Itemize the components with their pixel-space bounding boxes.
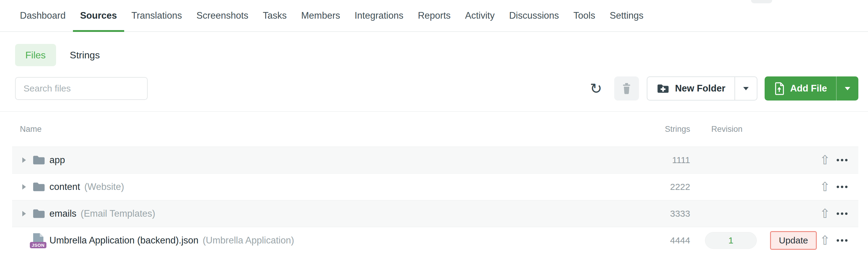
table-row-file-4[interactable]: JSON Umbrella Application (backend).json… (12, 227, 858, 254)
folder-icon (32, 208, 46, 219)
nav-tab-screenshots[interactable]: Screenshots (189, 0, 255, 31)
toggle-strings[interactable]: Strings (70, 50, 100, 61)
folder-plus-icon (656, 83, 670, 94)
ellipsis-icon (841, 213, 843, 215)
search-input[interactable] (15, 77, 148, 100)
strings-count: 3333 (645, 209, 690, 219)
project-nav: Dashboard Sources Translations Screensho… (0, 0, 868, 32)
row-menu-button[interactable] (833, 239, 851, 242)
ellipsis-icon (837, 159, 839, 161)
nav-tab-label: Members (301, 10, 340, 21)
strings-count: 1111 (645, 155, 690, 165)
revision-badge: 1 (705, 232, 757, 249)
nav-tab-label: Tools (574, 10, 595, 21)
upload-cell[interactable]: ⇧ (817, 181, 833, 193)
nav-tab-label: Settings (610, 10, 644, 21)
chevron-right-icon (22, 184, 26, 190)
name-cell[interactable]: emails (Email Templates) (50, 208, 645, 219)
ellipsis-icon (845, 213, 847, 215)
nav-tab-discussions[interactable]: Discussions (502, 0, 566, 31)
row-menu-button[interactable] (833, 159, 851, 161)
column-header-name: Name (20, 124, 645, 134)
name-cell[interactable]: content (Website) (50, 181, 645, 192)
delete-button[interactable] (614, 76, 639, 101)
upload-icon: ⇧ (819, 207, 830, 220)
nav-tab-label: Dashboard (20, 10, 66, 21)
table-body: app 1111 ⇧ (12, 147, 858, 254)
expand-cell[interactable] (20, 157, 32, 163)
upload-icon: ⇧ (819, 234, 830, 247)
name-cell[interactable]: app (50, 155, 645, 166)
nav-tab-tools[interactable]: Tools (566, 0, 602, 31)
chevron-right-icon (22, 211, 26, 216)
ellipsis-icon (841, 186, 843, 188)
file-name: Umbrella Application (backend).json (50, 235, 198, 246)
file-name: app (50, 155, 65, 166)
table-header: Name Strings Revision (12, 112, 858, 147)
toolbar-actions: ↻ New Folder (590, 76, 858, 101)
file-note: (Website) (84, 181, 124, 192)
chevron-down-icon (845, 87, 850, 90)
nav-tab-integrations[interactable]: Integrations (347, 0, 410, 31)
refresh-icon[interactable]: ↻ (590, 81, 602, 96)
chevron-down-icon (743, 87, 749, 90)
add-file-label: Add File (790, 83, 827, 94)
new-folder-label: New Folder (675, 83, 725, 94)
nav-tab-dashboard[interactable]: Dashboard (13, 0, 73, 31)
new-folder-split-button: New Folder (647, 76, 757, 101)
ellipsis-icon (845, 159, 847, 161)
add-file-button[interactable]: Add File (765, 76, 836, 101)
revision-cell: 1 (699, 232, 763, 249)
file-note: (Email Templates) (81, 208, 156, 219)
row-menu-button[interactable] (833, 213, 851, 215)
column-header-revision: Revision (699, 124, 763, 134)
new-folder-button[interactable]: New Folder (647, 77, 735, 100)
new-folder-dropdown[interactable] (735, 77, 757, 100)
upload-cell[interactable]: ⇧ (817, 207, 833, 220)
table-row-folder-3[interactable]: emails (Email Templates) 3333 ⇧ (12, 200, 858, 227)
nav-tab-label: Sources (80, 10, 117, 21)
name-cell[interactable]: Umbrella Application (backend).json (Umb… (50, 235, 645, 246)
nav-tab-settings[interactable]: Settings (602, 0, 651, 31)
clipped-top-widget (751, 0, 772, 3)
expand-cell[interactable] (20, 211, 32, 216)
file-type-badge: JSON (30, 242, 46, 248)
update-cell: Update (763, 231, 817, 250)
nav-tab-label: Screenshots (196, 10, 248, 21)
trash-icon (621, 82, 632, 95)
ellipsis-icon (841, 239, 843, 242)
expand-cell[interactable] (20, 184, 32, 190)
icon-cell: JSON (32, 233, 50, 248)
upload-cell[interactable]: ⇧ (817, 234, 833, 247)
chevron-right-icon (22, 157, 26, 163)
nav-tab-reports[interactable]: Reports (410, 0, 458, 31)
files-toolbar: ↻ New Folder (15, 76, 858, 101)
column-header-strings: Strings (645, 124, 690, 134)
icon-cell (32, 154, 50, 166)
nav-tab-label: Tasks (263, 10, 287, 21)
row-menu-button[interactable] (833, 186, 851, 188)
toggle-files[interactable]: Files (15, 44, 56, 66)
json-file-icon: JSON (32, 233, 46, 248)
nav-tab-sources[interactable]: Sources (73, 0, 124, 31)
nav-tab-label: Activity (465, 10, 495, 21)
add-file-split-button: Add File (765, 76, 858, 101)
nav-tab-label: Discussions (509, 10, 559, 21)
table-row-folder-1[interactable]: app 1111 ⇧ (12, 147, 858, 173)
file-upload-icon (774, 82, 785, 96)
nav-tab-members[interactable]: Members (294, 0, 347, 31)
update-button[interactable]: Update (770, 231, 817, 250)
upload-cell[interactable]: ⇧ (817, 154, 833, 167)
nav-tab-translations[interactable]: Translations (124, 0, 189, 31)
nav-tab-activity[interactable]: Activity (458, 0, 502, 31)
table-row-folder-2[interactable]: content (Website) 2222 ⇧ (12, 173, 858, 200)
file-name: content (50, 181, 80, 192)
ellipsis-icon (845, 239, 847, 242)
folder-icon (32, 181, 46, 193)
ellipsis-icon (837, 186, 839, 188)
strings-count: 4444 (645, 235, 690, 246)
strings-count: 2222 (645, 182, 690, 192)
nav-tab-tasks[interactable]: Tasks (255, 0, 294, 31)
file-name: emails (50, 208, 76, 219)
add-file-dropdown[interactable] (837, 76, 858, 101)
